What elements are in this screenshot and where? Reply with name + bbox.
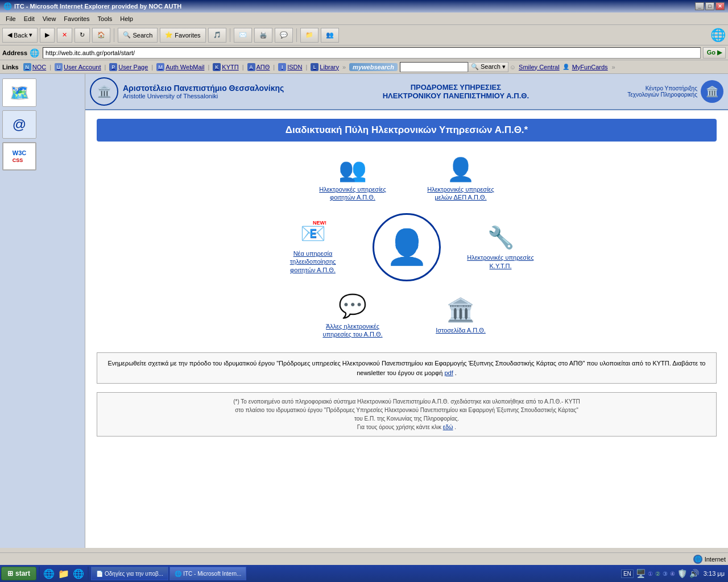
home-icon: 🏠 [97,31,105,39]
taskbar-time: 3:13 μμ [704,570,725,577]
minimize-button[interactable]: _ [695,2,704,10]
footnote-line3: του Ε.Π. της Κοινωνίας της Πληροφορίας. [354,415,459,422]
links-label: Links [2,64,19,70]
mail-icon: ✉️ [239,31,247,39]
link-auth-webmail-label: Auth WebMail [166,64,204,70]
user-page-icon: P [109,63,117,71]
header-right-area: Κέντρο Υποστήριξης Τεχνολογιών Πληροφορι… [627,80,723,103]
service-students[interactable]: 👥 Ηλεκτρονικές υπηρεσίες φοιτητών Α.Π.Θ. [316,156,390,202]
favorites-button[interactable]: ⭐ Favorites [160,28,205,43]
search-dropdown-icon[interactable]: ▾ [502,63,506,70]
taskbar-antivirus-icon[interactable]: 🛡️ [677,569,687,578]
go-label: Go [707,49,715,56]
discuss-button[interactable]: 💬 [275,28,293,43]
home-button[interactable]: 🏠 [92,28,110,43]
taskbar-ie2-icon[interactable]: 🌐 [73,568,84,579]
taskbar-task-1[interactable]: 📄 Οδηγίες για την υποβ... [91,567,168,580]
link-noc-label: NOC [32,64,46,70]
service-dep[interactable]: 👤 Ηλεκτρονικές υπηρεσίες μελών ΔΕΠ Α.Π.Θ… [424,156,498,202]
taskbar-network-icon[interactable]: 🖥️ [636,569,646,578]
back-dropdown-icon[interactable]: ▾ [29,31,32,39]
users-button[interactable]: 👥 [321,28,339,43]
at-img: @ [13,117,26,132]
service-other[interactable]: 💬 Άλλες ηλεκτρονικές υπηρεσίες του Α.Π.Θ… [316,293,390,339]
forward-button[interactable]: ▶ [40,28,55,43]
discuss-icon: 💬 [280,31,288,39]
sidebar-email-icon[interactable]: @ [2,110,36,139]
taskbar-sound-icon[interactable]: 🔊 [689,569,699,578]
taskbar-num2: ② [655,571,660,577]
refresh-button[interactable]: ↻ [75,28,90,43]
footnote-edw-link[interactable]: εδώ [443,424,453,430]
university-logo-area: 🏛️ Αριστοτέλειο Πανεπιστήμιο Θεσσαλονίκη… [90,77,284,106]
menu-tools[interactable]: Tools [94,14,116,23]
links-extend-icon[interactable]: » [612,64,615,70]
link-isdn[interactable]: I ISDN [276,63,304,72]
go-arrow-icon: ▶ [717,49,722,56]
taskbar-num1: ① [648,571,653,577]
maximize-button[interactable]: □ [705,2,714,10]
back-button[interactable]: ◀ Back ▾ [2,28,38,43]
header-center-text: ΠΡΟΔΡΟΜΕΣ ΥΠΗΡΕΣΙΕΣ ΗΛΕΚΤΡΟΝΙΚΟΥ ΠΑΝΕΠΙΣ… [284,83,627,100]
taskbar-ie-icon[interactable]: 🌐 [43,568,55,579]
link-kytp-label: ΚΥΤΠ [222,64,238,70]
media-button[interactable]: 🎵 [208,28,226,43]
kytp-icon: K [213,63,221,71]
search-toolbar-button[interactable]: 🔍 Search [118,28,158,43]
menu-edit[interactable]: Edit [20,14,38,23]
person-icon: 👤 [562,64,569,70]
link-apth[interactable]: Α ΑΠΘ [245,63,272,72]
address-input[interactable] [43,47,701,59]
ie-globe-icon: 🌐 [710,28,726,43]
kytp-service-icon: 🔧 [487,224,514,251]
menu-favorites[interactable]: Favorites [60,14,93,23]
link-user-page[interactable]: P User Page [107,63,150,72]
menu-view[interactable]: View [39,14,60,23]
task2-icon: 🌐 [175,571,181,577]
menu-file[interactable]: File [2,14,19,23]
close-button[interactable]: ✕ [715,2,725,10]
mywebsearch-input[interactable] [400,62,468,72]
mail-button[interactable]: ✉️ [234,28,252,43]
link-user-account[interactable]: U User Account [52,63,103,72]
library-icon: L [311,63,318,71]
main-scroll-area[interactable]: Διαδικτυακή Πύλη Ηλεκτρονικών Υπηρεσιών … [85,110,728,548]
service-website[interactable]: 🏛️ Ιστοσελίδα Α.Π.Θ. [424,297,498,334]
link-kytp[interactable]: K ΚΥΤΠ [210,63,241,72]
print-button[interactable]: 🖨️ [254,28,272,43]
univ-name-en: Aristotle University of Thessaloniki [123,93,284,99]
status-zone-label: Internet [705,556,726,563]
service-notification[interactable]: 📧 NEW! Νέα υπηρεσία τηλεειδοποίησης φοιτ… [276,220,350,274]
notification-label: Νέα υπηρεσία τηλεειδοποίησης φοιτητών Α.… [290,250,336,274]
separator-1 [114,28,114,42]
title-bar-buttons[interactable]: _ □ ✕ [695,2,725,10]
start-button[interactable]: ⊞ start [1,567,36,580]
university-seal-center: 👤 [373,213,441,281]
students-icon: 👥 [339,156,366,183]
menu-bar: File Edit View Favorites Tools Help [0,13,728,25]
sidebar-w3c-icon[interactable]: W3CCSS [2,142,36,171]
link-auth-webmail[interactable]: M Auth WebMail [154,63,206,72]
link-library[interactable]: L Library [308,63,341,72]
search-toolbar-icon: 🔍 [123,31,131,39]
smiley-central-link[interactable]: Smiley Central [517,64,561,70]
taskbar-task-2[interactable]: 🌐 ITC - Microsoft Intern... [169,567,246,580]
seal-portrait-icon: 👤 [386,227,428,267]
go-button[interactable]: Go ▶ [703,47,726,59]
myfuncards-link[interactable]: MyFunCards [570,64,610,70]
website-icon: 🏛️ [447,297,474,324]
address-label: Address [2,49,27,56]
stop-button[interactable]: ✕ [57,28,72,43]
mywebsearch-search-button[interactable]: 🔍 Search ▾ [468,62,508,72]
sidebar-ellas-icon[interactable]: 🗺️ [2,78,36,107]
menu-help[interactable]: Help [117,14,136,23]
address-icon: 🌐 [30,48,39,57]
taskbar-folder-icon[interactable]: 📁 [58,568,69,579]
link-noc[interactable]: N NOC [21,63,48,72]
infobox-pdf-link[interactable]: pdf [444,369,453,376]
service-kytp[interactable]: 🔧 Ηλεκτρονικές υπηρεσίες Κ.Υ.Τ.Π. [464,224,537,270]
task1-label: Οδηγίες για την υποβ... [105,571,163,577]
itc-logo: 🏛️ [701,80,723,103]
folder-button[interactable]: 📁 [300,28,318,43]
window-title: ITC - Microsoft Internet Explorer provid… [14,3,181,10]
